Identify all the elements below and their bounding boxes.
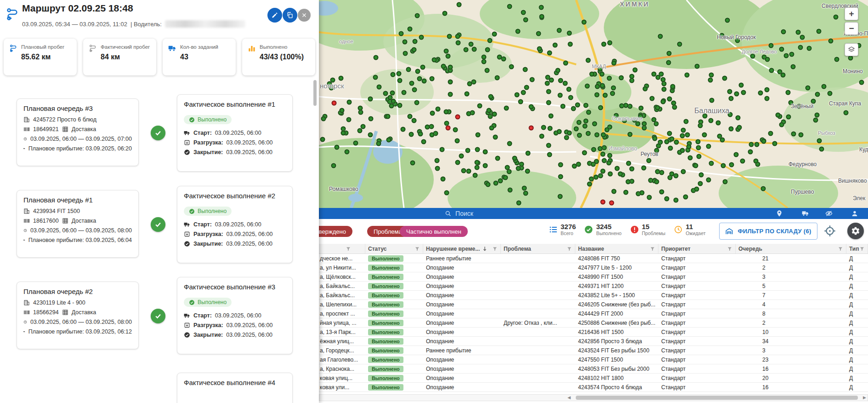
map-marker-green[interactable]: [779, 47, 784, 52]
map-marker-green[interactable]: [667, 97, 672, 102]
map-marker-green[interactable]: [765, 57, 770, 62]
map-marker-green[interactable]: [735, 115, 740, 120]
map-marker-green[interactable]: [408, 26, 413, 31]
map-marker-green[interactable]: [630, 74, 635, 79]
map-marker-green[interactable]: [421, 79, 426, 84]
map-marker-green[interactable]: [556, 129, 562, 134]
map-marker-green[interactable]: [484, 68, 489, 73]
map-marker-green[interactable]: [516, 166, 521, 171]
map-marker-green[interactable]: [615, 166, 620, 171]
map-marker-green[interactable]: [798, 132, 803, 137]
map-marker-green[interactable]: [656, 75, 661, 80]
map-marker-green[interactable]: [629, 166, 634, 171]
map-marker-green[interactable]: [750, 54, 755, 59]
driver-icon[interactable]: [851, 210, 858, 217]
map-marker-green[interactable]: [659, 190, 664, 195]
map-marker-green[interactable]: [667, 131, 672, 136]
scrollbar-thumb[interactable]: [576, 396, 858, 400]
actual-execution-card-partial[interactable]: Фактическое выполнение #4: [177, 373, 293, 403]
map-marker-green[interactable]: [611, 86, 616, 91]
map-marker-green[interactable]: [775, 112, 780, 117]
map-marker-green[interactable]: [652, 136, 657, 141]
map-marker-green[interactable]: [549, 77, 554, 82]
map-marker-red[interactable]: [609, 201, 614, 206]
map-marker-green[interactable]: [819, 146, 824, 151]
map-marker-green[interactable]: [589, 176, 594, 181]
map-marker-green[interactable]: [465, 148, 470, 153]
map-marker-green[interactable]: [419, 35, 424, 40]
map-marker-green[interactable]: [811, 99, 816, 104]
map-marker-green[interactable]: [601, 132, 606, 137]
map-marker-green[interactable]: [548, 126, 553, 131]
map-marker-green[interactable]: [439, 147, 444, 152]
map-marker-green[interactable]: [786, 114, 791, 119]
map-marker-green[interactable]: [368, 132, 373, 138]
map-marker-green[interactable]: [516, 29, 521, 34]
map-marker-green[interactable]: [722, 76, 727, 81]
table-row[interactable]: а, Краснока...ВыполненоОпоздание4248053 …: [264, 364, 868, 374]
map-marker-green[interactable]: [546, 143, 551, 148]
map-marker-green[interactable]: [720, 138, 725, 143]
map-marker-green[interactable]: [421, 139, 426, 144]
map-marker-green[interactable]: [353, 140, 358, 145]
map-marker-green[interactable]: [358, 110, 363, 115]
map-marker-green[interactable]: [403, 51, 408, 56]
map-marker-green[interactable]: [601, 42, 606, 47]
map-marker-green[interactable]: [476, 132, 481, 138]
map-marker-green[interactable]: [786, 90, 791, 95]
map-marker-green[interactable]: [728, 126, 733, 131]
map-marker-green[interactable]: [668, 146, 673, 151]
map-marker-green[interactable]: [685, 132, 690, 138]
funnel-icon[interactable]: [492, 246, 498, 252]
map-marker-red[interactable]: [332, 101, 337, 106]
table-row[interactable]: а, Городецк...ВыполненоРаннее прибытие42…: [264, 346, 868, 355]
map-marker-green[interactable]: [492, 112, 497, 117]
map-marker-green[interactable]: [740, 159, 745, 164]
map-marker-green[interactable]: [434, 158, 439, 163]
map-marker-green[interactable]: [409, 81, 414, 86]
table-row[interactable]: ковая улиц...ВыполненоОпоздание4248102 H…: [264, 374, 868, 383]
map-marker-green[interactable]: [574, 126, 579, 131]
funnel-icon[interactable]: [859, 246, 865, 252]
map-marker-red[interactable]: [446, 126, 451, 131]
table-row[interactable]: ая Глаголево...ВыполненоОпоздание4247550…: [264, 355, 868, 364]
map-marker-green[interactable]: [443, 109, 448, 114]
zoom-out-button[interactable]: −: [845, 22, 858, 35]
table-row[interactable]: а, 13-я Парк...ВыполненоОпоздание4216436…: [264, 328, 868, 337]
map-marker-green[interactable]: [661, 99, 666, 104]
map-marker-green[interactable]: [507, 187, 512, 192]
map-marker-green[interactable]: [624, 103, 629, 108]
status-filter-chip[interactable]: Частично выполнен: [400, 226, 468, 237]
eye-off-icon[interactable]: [825, 210, 833, 217]
map-marker-green[interactable]: [376, 141, 381, 146]
map-marker-green[interactable]: [572, 164, 577, 169]
map-marker-green[interactable]: [339, 108, 344, 113]
map-marker-green[interactable]: [715, 120, 720, 125]
zoom-in-button[interactable]: +: [845, 7, 858, 20]
check-icon[interactable]: [154, 129, 162, 137]
map-marker-green[interactable]: [446, 54, 451, 59]
locate-button[interactable]: [823, 224, 837, 238]
map-marker-green[interactable]: [834, 57, 840, 62]
actual-execution-card[interactable]: Фактическое выполнение #3ВыполненоСтарт:…: [177, 277, 293, 354]
actual-execution-card[interactable]: Фактическое выполнение #1ВыполненоСтарт:…: [177, 94, 293, 172]
planned-queue-card[interactable]: Плановая очередь #24230119 Lite 4 - 9001…: [17, 282, 139, 349]
map-marker-green[interactable]: [694, 64, 699, 69]
map-marker-green[interactable]: [702, 113, 707, 118]
map-marker-green[interactable]: [591, 147, 596, 152]
map-marker-green[interactable]: [643, 86, 648, 92]
map-marker-green[interactable]: [493, 134, 498, 139]
map-marker-green[interactable]: [577, 120, 582, 125]
map-marker-green[interactable]: [581, 19, 586, 24]
map-marker-green[interactable]: [795, 30, 800, 35]
map-marker-green[interactable]: [415, 69, 420, 74]
map-marker-green[interactable]: [727, 112, 732, 117]
map-marker-green[interactable]: [594, 159, 599, 164]
map-marker-green[interactable]: [720, 33, 725, 38]
funnel-icon[interactable]: [346, 246, 351, 252]
map-marker-green[interactable]: [503, 175, 508, 180]
map-marker-green[interactable]: [791, 64, 796, 69]
map-marker-green[interactable]: [813, 118, 818, 123]
map-marker-green[interactable]: [400, 127, 405, 132]
map-marker-green[interactable]: [797, 104, 802, 109]
